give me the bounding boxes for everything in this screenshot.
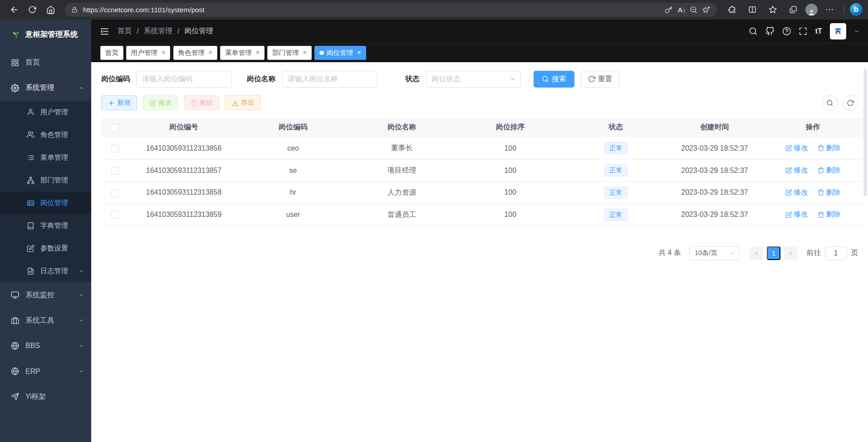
book-icon [27, 222, 34, 230]
row-delete-link[interactable]: 删除 [818, 166, 840, 175]
sidebar-item-label: BBS [25, 342, 40, 350]
row-checkbox[interactable] [111, 167, 119, 175]
add-button[interactable]: 新增 [101, 95, 137, 110]
browser-refresh-button[interactable] [24, 2, 41, 17]
sidebar-item-param-settings[interactable]: 参数设置 [0, 237, 91, 260]
bing-sidebar-icon[interactable]: b [850, 3, 863, 16]
sidebar-item-home[interactable]: 首页 [0, 50, 91, 75]
col-created: 创建时间 [667, 118, 762, 138]
edit-icon [785, 145, 792, 152]
row-checkbox[interactable] [111, 189, 119, 197]
page-size-select[interactable]: 10条/页 [689, 246, 740, 260]
help-icon[interactable] [782, 27, 791, 36]
breadcrumb-system[interactable]: 系统管理 [144, 26, 172, 36]
sidebar-item-system-mgmt[interactable]: 系统管理 [0, 75, 91, 101]
goto-page-input[interactable] [825, 246, 847, 260]
row-delete-link[interactable]: 删除 [818, 210, 840, 219]
cell-post-sort: 100 [456, 204, 564, 226]
close-icon[interactable] [208, 49, 212, 56]
password-key-icon[interactable] [665, 6, 672, 14]
sidebar-item-user-mgmt[interactable]: 用户管理 [0, 101, 91, 123]
close-icon[interactable] [255, 49, 260, 56]
select-all-checkbox[interactable] [111, 124, 119, 132]
github-icon[interactable] [765, 27, 775, 36]
sidebar-item-menu-mgmt[interactable]: 菜单管理 [0, 146, 91, 169]
sidebar-item-role-mgmt[interactable]: 角色管理 [0, 123, 91, 146]
post-name-input[interactable] [282, 71, 378, 88]
sidebar-item-yi-framework[interactable]: Yi框架 [0, 384, 91, 410]
collections-icon[interactable] [785, 2, 802, 17]
trash-icon [818, 145, 824, 152]
post-code-input[interactable] [136, 71, 232, 88]
add-favorite-icon[interactable] [702, 6, 710, 14]
font-size-icon[interactable]: tT [815, 27, 822, 35]
tags-view-bar: 首页 用户管理 角色管理 菜单管理 部门管理 岗位管理 [91, 43, 868, 62]
sidebar-item-system-tools[interactable]: 系统工具 [0, 308, 91, 333]
sidebar-item-system-monitor[interactable]: 系统监控 [0, 282, 91, 308]
header-search-icon[interactable] [749, 27, 758, 36]
row-edit-link[interactable]: 修改 [785, 143, 808, 153]
chevron-down-icon [78, 343, 84, 349]
toggle-search-button[interactable] [822, 95, 838, 111]
breadcrumb-home[interactable]: 首页 [118, 26, 132, 36]
fullscreen-icon[interactable] [799, 27, 808, 36]
sidebar-fold-icon[interactable] [100, 27, 109, 36]
export-button[interactable]: 导出 [225, 95, 261, 110]
row-edit-link[interactable]: 修改 [785, 210, 808, 219]
refresh-table-button[interactable] [843, 95, 858, 111]
sidebar-item-bbs[interactable]: BBS [0, 333, 91, 359]
col-status: 状态 [564, 118, 667, 138]
row-checkbox[interactable] [111, 211, 119, 219]
edit-button[interactable]: 修改 [142, 95, 178, 110]
status-badge: 正常 [604, 142, 628, 154]
row-checkbox[interactable] [111, 145, 119, 152]
briefcase-icon [11, 316, 19, 324]
row-delete-link[interactable]: 删除 [818, 188, 840, 197]
tab-role-mgmt[interactable]: 角色管理 [173, 46, 218, 60]
tab-user-mgmt[interactable]: 用户管理 [126, 46, 171, 60]
browser-profile-avatar[interactable] [805, 4, 818, 16]
tab-post-mgmt[interactable]: 岗位管理 [314, 46, 366, 60]
cell-post-name: 项目经理 [348, 159, 456, 182]
tab-menu-mgmt[interactable]: 菜单管理 [220, 46, 265, 60]
sidebar-item-log-mgmt[interactable]: 日志管理 [0, 260, 91, 282]
sidebar-item-dict-mgmt[interactable]: 字典管理 [0, 214, 91, 237]
trash-icon [818, 167, 824, 174]
browser-back-button[interactable] [5, 2, 23, 17]
sidebar-item-dept-mgmt[interactable]: 部门管理 [0, 169, 91, 192]
split-screen-icon[interactable] [744, 2, 761, 17]
row-edit-link[interactable]: 修改 [785, 166, 808, 175]
sidebar-item-erp[interactable]: ERP [0, 359, 91, 384]
reset-button[interactable]: 重置 [581, 71, 619, 88]
close-icon[interactable] [357, 49, 361, 56]
next-page-button[interactable] [784, 246, 798, 260]
table-row: 1641030593112313859 user 普通员工 100 正常 202… [101, 204, 863, 226]
user-avatar-logo[interactable] [830, 23, 847, 40]
system-submenu: 用户管理 角色管理 菜单管理 部门管理 [0, 101, 91, 282]
tab-home[interactable]: 首页 [100, 46, 123, 60]
prev-page-button[interactable] [750, 246, 764, 260]
breadcrumb-separator: / [137, 27, 138, 35]
row-delete-link[interactable]: 删除 [818, 143, 840, 153]
site-info-icon[interactable] [71, 6, 78, 13]
browser-menu-icon[interactable]: ⋯ [822, 2, 839, 17]
tab-dept-mgmt[interactable]: 部门管理 [267, 46, 312, 60]
search-button[interactable]: 搜索 [534, 71, 574, 88]
status-select[interactable]: 岗位状态 [426, 71, 521, 88]
url-input[interactable] [83, 6, 660, 14]
zoom-icon[interactable] [690, 6, 697, 14]
row-edit-link[interactable]: 修改 [785, 188, 808, 197]
avatar-caret-down-icon[interactable] [854, 29, 859, 34]
close-icon[interactable] [161, 49, 165, 56]
favorites-icon[interactable] [765, 2, 781, 17]
address-bar[interactable]: A [65, 3, 717, 17]
app-logo-title[interactable]: 意框架管理系统 [0, 20, 91, 50]
page-number-1[interactable]: 1 [767, 246, 781, 260]
extensions-icon[interactable] [724, 2, 740, 17]
scrollbar-thumb[interactable] [863, 69, 867, 196]
delete-button[interactable]: 删除 [184, 95, 220, 110]
read-aloud-icon[interactable]: A [677, 6, 685, 14]
browser-home-button[interactable] [42, 2, 59, 17]
sidebar-item-post-mgmt[interactable]: 岗位管理 [0, 192, 91, 214]
close-icon[interactable] [303, 49, 307, 56]
